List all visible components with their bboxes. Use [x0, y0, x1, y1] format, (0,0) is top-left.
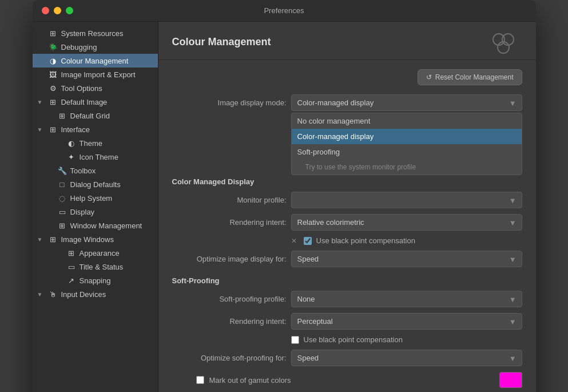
gamut-checkbox-group: Mark out of gamut colors: [172, 376, 291, 385]
black-point-row: ✕ Use black point compensation: [172, 236, 522, 245]
sidebar-item-toolbox[interactable]: 🔧 Toolbox: [33, 164, 158, 177]
display-icon: ▭: [58, 207, 67, 216]
sidebar-item-window-management[interactable]: ⊞ Window Management: [33, 219, 158, 232]
dialog-defaults-icon: □: [58, 180, 67, 189]
sidebar-item-system-resources[interactable]: ⊞ System Resources: [33, 26, 158, 40]
sidebar-label-image-windows: Image Windows: [61, 235, 113, 244]
collapse-arrow-image-windows: ▼: [37, 236, 43, 243]
window-title: Preferences: [264, 6, 304, 15]
titlebar: Preferences: [33, 0, 536, 22]
sidebar-item-title-status[interactable]: ▭ Title & Status: [33, 260, 158, 274]
image-display-dropdown: No color management Color-managed displa…: [291, 113, 522, 175]
close-button[interactable]: [42, 7, 49, 14]
dropdown-option-color-managed[interactable]: Color-managed display: [292, 129, 522, 144]
image-display-select[interactable]: Color-managed display No color managemen…: [291, 94, 522, 111]
soft-rendering-select[interactable]: Perceptual Relative colorimetric: [291, 313, 522, 330]
sidebar-label-window-management: Window Management: [70, 221, 142, 230]
sidebar-label-debugging: Debugging: [61, 43, 97, 52]
sidebar-label-colour-management: Colour Management: [61, 57, 129, 65]
gamut-checkbox[interactable]: [196, 376, 204, 384]
tool-options-icon: ⚙: [49, 84, 58, 93]
sidebar-label-snapping: Snapping: [80, 276, 111, 285]
traffic-lights: [42, 7, 73, 14]
reset-color-management-label: Reset Color Management: [435, 73, 514, 81]
sidebar-item-default-grid[interactable]: ⊞ Default Grid: [33, 109, 158, 122]
soft-profile-label: Soft-proofing profile:: [172, 295, 287, 303]
system-resources-icon: ⊞: [49, 29, 58, 38]
sidebar-item-image-import-export[interactable]: 🖼 Image Import & Export: [33, 68, 158, 81]
sidebar-collapse-default-image[interactable]: ▼ ⊞ Default Image: [33, 95, 158, 109]
reset-color-management-button[interactable]: ↺ Reset Color Management: [418, 69, 522, 85]
toolbox-icon: 🔧: [58, 166, 67, 175]
sidebar-label-display: Display: [70, 208, 95, 216]
soft-black-point-row: Use black point compensation: [172, 335, 522, 344]
maximize-button[interactable]: [66, 7, 73, 14]
input-devices-icon: 🖱: [48, 290, 57, 299]
main-content: ⊞ System Resources 🪲 Debugging ◑ Colour …: [33, 22, 536, 392]
sidebar-label-image-import-export: Image Import & Export: [61, 70, 136, 79]
collapse-arrow-interface: ▼: [37, 126, 43, 133]
dropdown-option-no-color[interactable]: No color management: [292, 113, 522, 129]
monitor-profile-select-wrapper: ▼: [291, 192, 522, 208]
colour-management-icon: ◑: [49, 56, 58, 65]
rendering-intent-select[interactable]: Relative colorimetric Perceptual Saturat…: [291, 214, 522, 231]
soft-black-point-checkbox[interactable]: [291, 336, 299, 344]
color-managed-section-header: Color Managed Display: [172, 177, 522, 186]
soft-rendering-row: Rendering intent: Perceptual Relative co…: [172, 313, 522, 330]
default-grid-icon: ⊞: [58, 111, 67, 120]
sidebar-label-theme: Theme: [80, 139, 102, 148]
interface-icon: ⊞: [48, 125, 57, 134]
sidebar-collapse-input-devices[interactable]: ▼ 🖱 Input Devices: [33, 287, 158, 301]
sidebar-label-system-resources: System Resources: [61, 29, 124, 38]
sidebar-label-tool-options: Tool Options: [61, 84, 102, 93]
default-image-icon: ⊞: [48, 97, 57, 106]
sidebar-item-help-system[interactable]: ◌ Help System: [33, 191, 158, 205]
sidebar-item-icon-theme[interactable]: ✦ Icon Theme: [33, 150, 158, 164]
image-windows-icon: ⊞: [48, 235, 57, 244]
soft-rendering-select-wrapper: Perceptual Relative colorimetric ▼: [291, 313, 522, 330]
sidebar-item-tool-options[interactable]: ⚙ Tool Options: [33, 81, 158, 95]
minimize-button[interactable]: [54, 7, 61, 14]
gamut-color-swatch[interactable]: [499, 372, 522, 388]
content-title: Colour Management: [172, 36, 271, 48]
sidebar-item-theme[interactable]: ◐ Theme: [33, 136, 158, 150]
optimize-soft-select[interactable]: Speed Quality: [291, 350, 522, 366]
soft-profile-select-wrapper: None ▼: [291, 291, 522, 307]
sidebar-collapse-image-windows[interactable]: ▼ ⊞ Image Windows: [33, 232, 158, 246]
sidebar-item-debugging[interactable]: 🪲 Debugging: [33, 40, 158, 54]
black-point-checkbox[interactable]: [304, 237, 312, 245]
soft-proofing-label: Soft-Proofing: [172, 276, 220, 285]
sidebar: ⊞ System Resources 🪲 Debugging ◑ Colour …: [33, 22, 158, 392]
sidebar-collapse-interface[interactable]: ▼ ⊞ Interface: [33, 122, 158, 136]
rendering-intent-row: Rendering intent: Relative colorimetric …: [172, 214, 522, 231]
optimize-display-select[interactable]: Speed Quality: [291, 251, 522, 267]
dropdown-option-soft-proofing[interactable]: Soft-proofing: [292, 144, 522, 160]
optimize-display-row: Optimize image display for: Speed Qualit…: [172, 251, 522, 267]
reset-icon: ↺: [426, 73, 432, 81]
soft-profile-select[interactable]: None: [291, 291, 522, 307]
preferences-window: Preferences ⊞ System Resources 🪲 Debuggi…: [33, 0, 536, 392]
window-management-icon: ⊞: [58, 221, 67, 230]
optimize-soft-row: Optimize soft-proofing for: Speed Qualit…: [172, 350, 522, 366]
image-display-select-wrapper: Color-managed display No color managemen…: [291, 94, 522, 111]
xmark-icon: ✕: [291, 237, 297, 245]
sidebar-item-dialog-defaults[interactable]: □ Dialog Defaults: [33, 177, 158, 191]
theme-icon: ◐: [67, 138, 76, 148]
collapse-arrow-default-image: ▼: [37, 99, 43, 105]
image-import-export-icon: 🖼: [49, 70, 58, 79]
image-display-label: Image display mode:: [172, 98, 287, 107]
dropdown-option-system-profile[interactable]: Try to use the system monitor profile: [292, 160, 522, 175]
sidebar-item-appearance[interactable]: ⊞ Appearance: [33, 246, 158, 260]
gamut-label: Mark out of gamut colors: [209, 376, 291, 385]
soft-rendering-label: Rendering intent:: [172, 317, 287, 326]
monitor-profile-select[interactable]: [291, 192, 522, 208]
sidebar-label-default-image: Default Image: [61, 98, 107, 106]
sidebar-label-title-status: Title & Status: [80, 263, 124, 271]
soft-profile-row: Soft-proofing profile: None ▼: [172, 291, 522, 307]
sidebar-item-colour-management[interactable]: ◑ Colour Management: [33, 54, 158, 68]
optimize-soft-label: Optimize soft-proofing for:: [172, 354, 287, 362]
sidebar-item-snapping[interactable]: ↗ Snapping: [33, 274, 158, 287]
reset-bar: ↺ Reset Color Management: [172, 69, 522, 85]
sidebar-label-dialog-defaults: Dialog Defaults: [70, 180, 121, 189]
sidebar-item-display[interactable]: ▭ Display: [33, 205, 158, 219]
